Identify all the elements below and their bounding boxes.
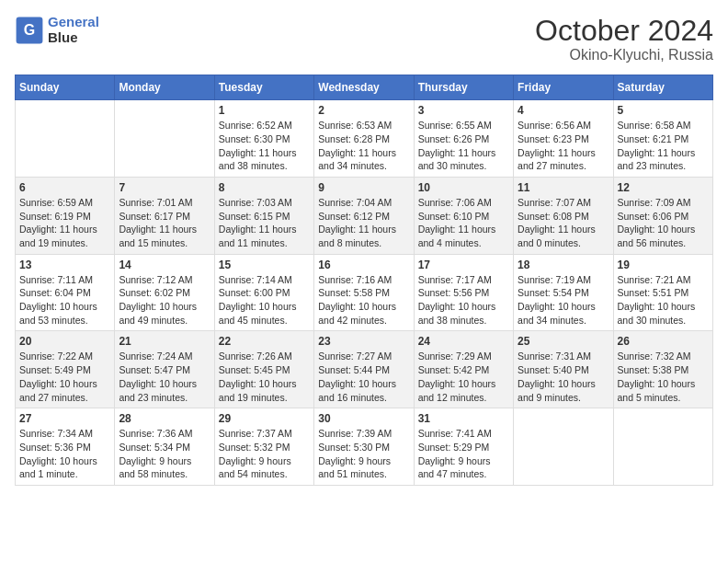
calendar-cell: 19Sunrise: 7:21 AM Sunset: 5:51 PM Dayli… xyxy=(613,254,712,331)
col-header-thursday: Thursday xyxy=(414,75,513,100)
day-info: Sunrise: 7:06 AM Sunset: 6:10 PM Dayligh… xyxy=(418,196,509,250)
day-info: Sunrise: 7:09 AM Sunset: 6:06 PM Dayligh… xyxy=(618,196,709,250)
logo-icon: G xyxy=(15,16,44,45)
col-header-wednesday: Wednesday xyxy=(314,75,414,100)
day-info: Sunrise: 7:17 AM Sunset: 5:56 PM Dayligh… xyxy=(418,273,509,327)
day-info: Sunrise: 7:39 AM Sunset: 5:30 PM Dayligh… xyxy=(318,427,409,481)
day-number: 31 xyxy=(418,412,509,425)
day-number: 18 xyxy=(518,259,609,271)
day-info: Sunrise: 7:16 AM Sunset: 5:58 PM Dayligh… xyxy=(318,273,409,327)
day-info: Sunrise: 7:01 AM Sunset: 6:17 PM Dayligh… xyxy=(119,196,210,250)
calendar-cell: 8Sunrise: 7:03 AM Sunset: 6:15 PM Daylig… xyxy=(214,177,313,254)
calendar-cell: 31Sunrise: 7:41 AM Sunset: 5:29 PM Dayli… xyxy=(414,408,513,486)
day-info: Sunrise: 7:21 AM Sunset: 5:51 PM Dayligh… xyxy=(618,273,709,327)
header-row: SundayMondayTuesdayWednesdayThursdayFrid… xyxy=(16,75,713,100)
day-number: 25 xyxy=(518,335,609,348)
day-info: Sunrise: 6:59 AM Sunset: 6:19 PM Dayligh… xyxy=(19,196,110,250)
day-info: Sunrise: 6:53 AM Sunset: 6:28 PM Dayligh… xyxy=(318,119,409,173)
day-info: Sunrise: 7:24 AM Sunset: 5:47 PM Dayligh… xyxy=(119,350,210,404)
day-info: Sunrise: 6:56 AM Sunset: 6:23 PM Dayligh… xyxy=(518,119,609,173)
day-number: 2 xyxy=(318,104,409,117)
calendar-cell: 2Sunrise: 6:53 AM Sunset: 6:28 PM Daylig… xyxy=(314,100,414,178)
week-row-2: 6Sunrise: 6:59 AM Sunset: 6:19 PM Daylig… xyxy=(16,177,713,254)
day-info: Sunrise: 7:04 AM Sunset: 6:12 PM Dayligh… xyxy=(318,196,409,250)
calendar-table: SundayMondayTuesdayWednesdayThursdayFrid… xyxy=(15,75,713,486)
day-number: 29 xyxy=(219,412,310,425)
col-header-sunday: Sunday xyxy=(16,75,115,100)
calendar-cell: 4Sunrise: 6:56 AM Sunset: 6:23 PM Daylig… xyxy=(514,100,613,178)
calendar-cell: 28Sunrise: 7:36 AM Sunset: 5:34 PM Dayli… xyxy=(115,408,214,486)
day-number: 30 xyxy=(318,412,409,425)
week-row-5: 27Sunrise: 7:34 AM Sunset: 5:36 PM Dayli… xyxy=(16,408,713,486)
calendar-cell: 14Sunrise: 7:12 AM Sunset: 6:02 PM Dayli… xyxy=(115,254,214,331)
day-number: 10 xyxy=(418,181,509,194)
day-info: Sunrise: 7:12 AM Sunset: 6:02 PM Dayligh… xyxy=(119,273,210,327)
day-number: 15 xyxy=(219,259,310,271)
day-info: Sunrise: 7:03 AM Sunset: 6:15 PM Dayligh… xyxy=(219,196,310,250)
calendar-cell: 20Sunrise: 7:22 AM Sunset: 5:49 PM Dayli… xyxy=(16,331,115,408)
day-number: 22 xyxy=(219,335,310,348)
day-number: 8 xyxy=(219,181,310,194)
calendar-cell: 27Sunrise: 7:34 AM Sunset: 5:36 PM Dayli… xyxy=(16,408,115,486)
day-info: Sunrise: 7:41 AM Sunset: 5:29 PM Dayligh… xyxy=(418,427,509,481)
calendar-cell: 29Sunrise: 7:37 AM Sunset: 5:32 PM Dayli… xyxy=(214,408,313,486)
day-info: Sunrise: 7:11 AM Sunset: 6:04 PM Dayligh… xyxy=(19,273,110,327)
calendar-cell xyxy=(514,408,613,486)
day-info: Sunrise: 7:29 AM Sunset: 5:42 PM Dayligh… xyxy=(418,350,509,404)
day-number: 20 xyxy=(19,335,110,348)
day-number: 23 xyxy=(318,335,409,348)
day-info: Sunrise: 7:14 AM Sunset: 6:00 PM Dayligh… xyxy=(219,273,310,327)
calendar-cell xyxy=(613,408,712,486)
col-header-tuesday: Tuesday xyxy=(214,75,313,100)
day-number: 16 xyxy=(318,259,409,271)
calendar-cell: 12Sunrise: 7:09 AM Sunset: 6:06 PM Dayli… xyxy=(613,177,712,254)
day-number: 21 xyxy=(119,335,210,348)
day-number: 1 xyxy=(219,104,310,117)
week-row-4: 20Sunrise: 7:22 AM Sunset: 5:49 PM Dayli… xyxy=(16,331,713,408)
logo-blue: Blue xyxy=(48,29,78,45)
calendar-cell: 7Sunrise: 7:01 AM Sunset: 6:17 PM Daylig… xyxy=(115,177,214,254)
day-info: Sunrise: 6:55 AM Sunset: 6:26 PM Dayligh… xyxy=(418,119,509,173)
calendar-cell: 10Sunrise: 7:06 AM Sunset: 6:10 PM Dayli… xyxy=(414,177,513,254)
week-row-1: 1Sunrise: 6:52 AM Sunset: 6:30 PM Daylig… xyxy=(16,100,713,178)
calendar-cell: 16Sunrise: 7:16 AM Sunset: 5:58 PM Dayli… xyxy=(314,254,414,331)
col-header-friday: Friday xyxy=(514,75,613,100)
day-info: Sunrise: 7:32 AM Sunset: 5:38 PM Dayligh… xyxy=(618,350,709,404)
page-header: G General Blue October 2024 Okino-Klyuch… xyxy=(15,15,713,63)
day-number: 6 xyxy=(19,181,110,194)
calendar-cell: 9Sunrise: 7:04 AM Sunset: 6:12 PM Daylig… xyxy=(314,177,414,254)
day-number: 3 xyxy=(418,104,509,117)
day-number: 11 xyxy=(518,181,609,194)
calendar-cell: 13Sunrise: 7:11 AM Sunset: 6:04 PM Dayli… xyxy=(16,254,115,331)
calendar-cell: 1Sunrise: 6:52 AM Sunset: 6:30 PM Daylig… xyxy=(214,100,313,178)
day-info: Sunrise: 7:36 AM Sunset: 5:34 PM Dayligh… xyxy=(119,427,210,481)
calendar-cell: 6Sunrise: 6:59 AM Sunset: 6:19 PM Daylig… xyxy=(16,177,115,254)
day-number: 13 xyxy=(19,259,110,271)
day-number: 28 xyxy=(119,412,210,425)
calendar-cell xyxy=(16,100,115,178)
day-info: Sunrise: 7:27 AM Sunset: 5:44 PM Dayligh… xyxy=(318,350,409,404)
day-info: Sunrise: 7:19 AM Sunset: 5:54 PM Dayligh… xyxy=(518,273,609,327)
calendar-cell: 15Sunrise: 7:14 AM Sunset: 6:00 PM Dayli… xyxy=(214,254,313,331)
day-number: 27 xyxy=(19,412,110,425)
logo: G General Blue xyxy=(15,15,99,45)
calendar-cell: 11Sunrise: 7:07 AM Sunset: 6:08 PM Dayli… xyxy=(514,177,613,254)
logo-general: General xyxy=(48,14,99,29)
calendar-cell: 5Sunrise: 6:58 AM Sunset: 6:21 PM Daylig… xyxy=(613,100,712,178)
day-number: 24 xyxy=(418,335,509,348)
day-number: 14 xyxy=(119,259,210,271)
col-header-monday: Monday xyxy=(115,75,214,100)
day-number: 26 xyxy=(618,335,709,348)
day-number: 9 xyxy=(318,181,409,194)
calendar-cell xyxy=(115,100,214,178)
calendar-cell: 24Sunrise: 7:29 AM Sunset: 5:42 PM Dayli… xyxy=(414,331,513,408)
month-title: October 2024 xyxy=(535,15,713,47)
day-number: 12 xyxy=(618,181,709,194)
calendar-cell: 21Sunrise: 7:24 AM Sunset: 5:47 PM Dayli… xyxy=(115,331,214,408)
day-info: Sunrise: 6:52 AM Sunset: 6:30 PM Dayligh… xyxy=(219,119,310,173)
calendar-cell: 18Sunrise: 7:19 AM Sunset: 5:54 PM Dayli… xyxy=(514,254,613,331)
day-number: 7 xyxy=(119,181,210,194)
day-number: 5 xyxy=(618,104,709,117)
calendar-cell: 26Sunrise: 7:32 AM Sunset: 5:38 PM Dayli… xyxy=(613,331,712,408)
day-info: Sunrise: 7:31 AM Sunset: 5:40 PM Dayligh… xyxy=(518,350,609,404)
